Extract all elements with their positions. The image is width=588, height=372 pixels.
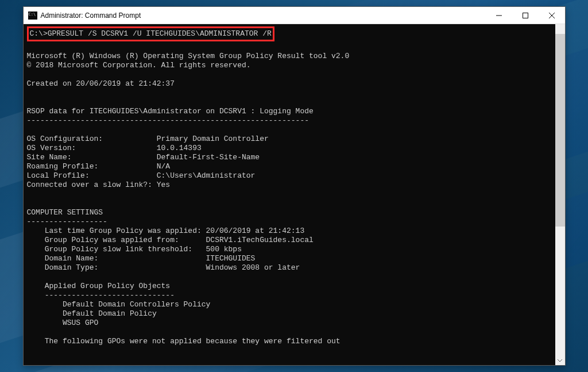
vertical-scrollbar[interactable] bbox=[555, 24, 565, 365]
output-line: Group Policy slow link threshold: 500 kb… bbox=[27, 245, 242, 254]
titlebar[interactable]: Administrator: Command Prompt bbox=[24, 7, 565, 24]
output-line: WSUS GPO bbox=[27, 319, 99, 327]
terminal-output[interactable]: C:\>GPRESULT /S DCSRV1 /U ITECHGUIDES\AD… bbox=[24, 24, 565, 365]
svg-rect-1 bbox=[523, 13, 528, 18]
output-line: Default Domain Controllers Policy bbox=[27, 300, 211, 309]
output-line: COMPUTER SETTINGS bbox=[27, 208, 103, 217]
output-line: Domain Name: ITECHGUIDES bbox=[27, 254, 256, 263]
output-line: Default Domain Policy bbox=[27, 309, 157, 318]
output-line: Last time Group Policy was applied: 20/0… bbox=[27, 227, 305, 235]
output-line: OS Version: 10.0.14393 bbox=[27, 144, 202, 152]
output-line: Group Policy was applied from: DCSRV1.iT… bbox=[27, 236, 314, 244]
minimize-icon bbox=[496, 13, 502, 18]
maximize-button[interactable] bbox=[512, 7, 539, 24]
close-button[interactable] bbox=[539, 7, 565, 24]
minimize-button[interactable] bbox=[486, 7, 512, 24]
command-prompt-window: Administrator: Command Prompt C:\>GPRESU… bbox=[23, 6, 566, 366]
output-line: Domain Type: Windows 2008 or later bbox=[27, 263, 300, 272]
output-line: ----------------------------- bbox=[27, 291, 175, 300]
output-line: OS Configuration: Primary Domain Control… bbox=[27, 135, 269, 143]
chevron-down-icon bbox=[558, 359, 562, 362]
scroll-down-button[interactable] bbox=[555, 355, 565, 365]
output-line: © 2018 Microsoft Corporation. All rights… bbox=[27, 61, 251, 70]
output-line: Microsoft (R) Windows (R) Operating Syst… bbox=[27, 52, 350, 60]
output-line: Site Name: Default-First-Site-Name bbox=[27, 153, 260, 162]
prompt: C:\> bbox=[30, 29, 48, 38]
close-icon bbox=[549, 13, 555, 18]
output-line: Created on ‎20/‎06/‎2019 at 21:42:37 bbox=[27, 79, 175, 88]
window-controls bbox=[486, 7, 565, 24]
output-line: The following GPOs were not applied beca… bbox=[27, 337, 341, 346]
cmd-icon bbox=[28, 11, 37, 20]
window-title: Administrator: Command Prompt bbox=[41, 11, 486, 20]
command-text: GPRESULT /S DCSRV1 /U ITECHGUIDES\ADMINI… bbox=[48, 29, 272, 38]
output-line: Applied Group Policy Objects bbox=[27, 282, 171, 290]
output-line: ----------------------------------------… bbox=[27, 116, 309, 125]
output-line: Roaming Profile: N/A bbox=[27, 162, 171, 171]
output-line: RSOP data for ITECHGUIDES\Administrator … bbox=[27, 107, 314, 116]
output-line: Connected over a slow link?: Yes bbox=[27, 181, 171, 189]
highlighted-command: C:\>GPRESULT /S DCSRV1 /U ITECHGUIDES\AD… bbox=[27, 26, 274, 41]
scroll-thumb[interactable] bbox=[555, 34, 565, 227]
output-line: Local Profile: C:\Users\Administrator bbox=[27, 171, 256, 180]
scroll-track[interactable] bbox=[555, 34, 565, 355]
output-line: ------------------ bbox=[27, 217, 107, 226]
maximize-icon bbox=[523, 13, 528, 18]
